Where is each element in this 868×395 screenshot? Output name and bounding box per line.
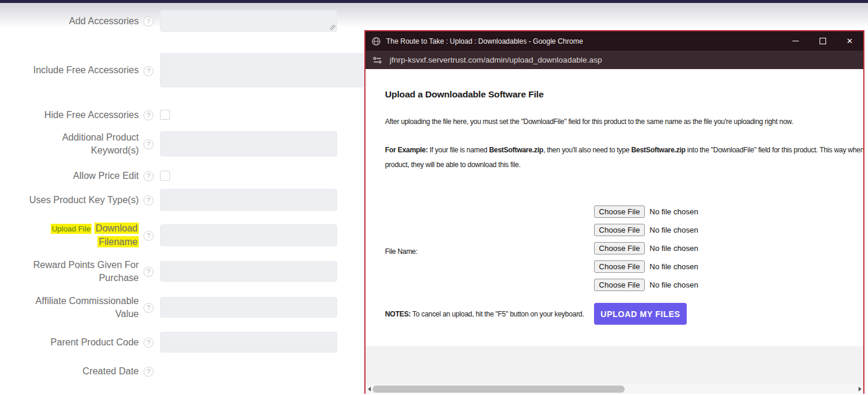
field-label-line1: Download	[94, 223, 139, 234]
question-mark-icon[interactable]: ?	[143, 303, 154, 313]
parent-product-code-input[interactable]	[160, 332, 337, 352]
field-label-line1: Additional Product	[62, 132, 139, 142]
maximize-icon[interactable]	[809, 31, 836, 51]
file-input-row: Choose File No file chosen	[594, 260, 698, 273]
upload-my-files-button[interactable]: UPLOAD MY FILES	[594, 303, 687, 325]
popup-content: Upload a Downloadable Software File Afte…	[366, 69, 863, 346]
upload-file-link[interactable]: Upload File	[51, 224, 92, 234]
file-name-label: File Name:	[385, 247, 417, 256]
choose-file-button[interactable]: Choose File	[594, 205, 645, 218]
url-text: jfnrp-ksvxf.servertrust.com/admin/upload…	[390, 56, 602, 64]
popup-window-title: The Route to Take : Upload : Downloadabl…	[386, 37, 583, 45]
question-mark-icon[interactable]: ?	[143, 66, 154, 76]
choose-file-button[interactable]: Choose File	[594, 224, 645, 236]
scroll-right-arrow-icon[interactable]	[856, 384, 863, 394]
form-row-reward-points: Reward Points Given For Purchase ?	[0, 261, 366, 282]
file-status-text: No file chosen	[650, 207, 698, 216]
instructions-paragraph: After uploading the file here, you must …	[385, 117, 793, 126]
field-label: Parent Product Code	[0, 336, 139, 349]
choose-file-button[interactable]: Choose File	[594, 260, 645, 273]
example-paragraph-line2: product, they will be able to download t…	[385, 161, 520, 169]
field-label: Add Accessories	[0, 15, 139, 28]
download-filename-input[interactable]	[160, 224, 337, 246]
question-mark-icon[interactable]: ?	[143, 367, 154, 377]
field-label-line2: Filename	[97, 236, 139, 247]
scrollbar-thumb[interactable]	[373, 386, 625, 393]
field-label-line2: Keyword(s)	[91, 145, 139, 155]
file-input-row: Choose File No file chosen	[594, 205, 698, 218]
question-mark-icon[interactable]: ?	[143, 17, 154, 27]
field-label: Hide Free Accessories	[0, 109, 139, 122]
form-row-download-filename: Upload File Download Filename ?	[0, 224, 366, 246]
field-label: Include Free Accessories	[0, 64, 139, 77]
field-label: Allow Price Edit	[0, 169, 139, 182]
additional-keywords-input[interactable]	[160, 131, 337, 156]
horizontal-scrollbar[interactable]	[366, 384, 863, 394]
form-row-parent-product-code: Parent Product Code ?	[0, 332, 366, 352]
form-row-hide-free-accessories: Hide Free Accessories ?	[0, 109, 366, 121]
field-label: Uses Product Key Type(s)	[0, 194, 139, 207]
form-row-allow-price-edit: Allow Price Edit ?	[0, 169, 366, 182]
notes-text: NOTES: To cancel an upload, hit the "F5"…	[385, 310, 584, 318]
reward-points-input[interactable]	[160, 261, 337, 282]
file-status-text: No file chosen	[650, 280, 698, 289]
example-paragraph-line1: For Example: If your file is named BestS…	[385, 146, 863, 154]
file-status-text: No file chosen	[650, 226, 698, 234]
upload-popup-window: The Route to Take : Upload : Downloadabl…	[364, 30, 864, 394]
field-label-line1: Affiliate Commissionable	[35, 296, 139, 306]
file-status-text: No file chosen	[650, 262, 698, 271]
popup-url-bar[interactable]: jfnrp-ksvxf.servertrust.com/admin/upload…	[366, 51, 863, 69]
question-mark-icon[interactable]: ?	[143, 338, 154, 348]
page-top-navy-bar	[0, 0, 868, 3]
file-input-row: Choose File No file chosen	[594, 279, 698, 291]
question-mark-icon[interactable]: ?	[143, 267, 154, 277]
form-row-add-accessories: Add Accessories ?	[0, 10, 366, 32]
field-label-line2: Value	[115, 309, 139, 319]
field-label-line1: Reward Points Given For	[33, 260, 139, 270]
file-input-row: Choose File No file chosen	[594, 224, 698, 236]
close-icon[interactable]: ✕	[836, 31, 863, 51]
question-mark-icon[interactable]: ?	[143, 231, 154, 241]
window-controls: ✕	[782, 31, 863, 51]
question-mark-icon[interactable]: ?	[143, 139, 154, 149]
form-row-product-key-types: Uses Product Key Type(s) ?	[0, 189, 366, 211]
hide-free-accessories-checkbox[interactable]	[160, 110, 170, 120]
file-input-row: Choose File No file chosen	[594, 242, 698, 254]
choose-file-button[interactable]: Choose File	[594, 279, 645, 291]
add-accessories-textarea[interactable]	[160, 10, 337, 32]
popup-footer-area	[366, 346, 863, 384]
form-row-include-free-accessories: Include Free Accessories ?	[0, 53, 366, 87]
product-key-types-input[interactable]	[160, 189, 337, 211]
popup-heading: Upload a Downloadable Software File	[385, 89, 544, 100]
form-row-additional-keywords: Additional Product Keyword(s) ?	[0, 131, 366, 156]
field-label: Created Date	[0, 365, 139, 378]
allow-price-edit-checkbox[interactable]	[160, 171, 170, 181]
minimize-icon[interactable]	[782, 31, 809, 51]
question-mark-icon[interactable]: ?	[143, 195, 154, 205]
popup-titlebar[interactable]: The Route to Take : Upload : Downloadabl…	[366, 31, 863, 51]
scrollbar-track[interactable]	[373, 384, 856, 394]
question-mark-icon[interactable]: ?	[143, 110, 154, 120]
file-input-list: Choose File No file chosen Choose File N…	[594, 205, 698, 297]
include-free-accessories-textarea[interactable]	[160, 53, 366, 87]
form-row-created-date: Created Date ?	[0, 365, 366, 377]
tune-sliders-icon[interactable]	[372, 55, 383, 66]
affiliate-value-input[interactable]	[160, 297, 337, 318]
form-row-affiliate-value: Affiliate Commissionable Value ?	[0, 297, 366, 318]
field-label-line2: Purchase	[99, 273, 139, 283]
file-status-text: No file chosen	[650, 244, 698, 253]
question-mark-icon[interactable]: ?	[143, 171, 154, 181]
scroll-left-arrow-icon[interactable]	[366, 384, 373, 394]
product-settings-form: Add Accessories ? Include Free Accessori…	[0, 0, 378, 395]
choose-file-button[interactable]: Choose File	[594, 242, 645, 254]
globe-icon	[371, 37, 381, 46]
